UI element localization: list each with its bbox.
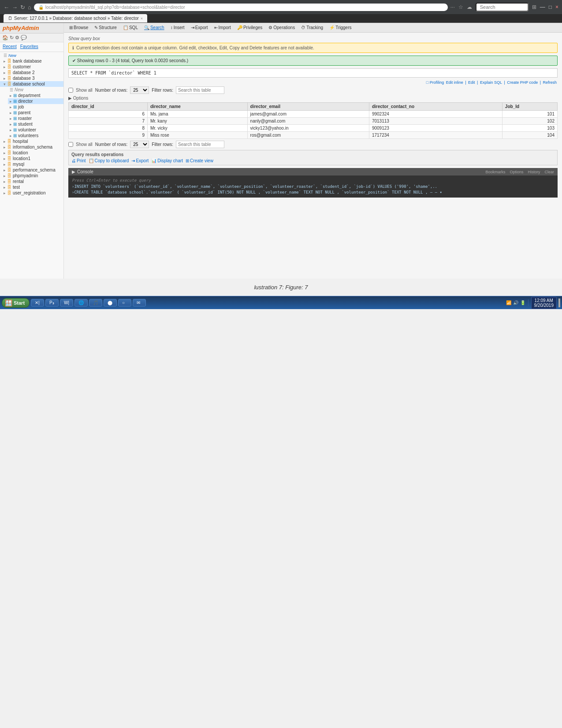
show-query-box-toggle[interactable]: Show query box <box>68 36 558 41</box>
show-all-checkbox[interactable] <box>68 88 73 93</box>
table-row[interactable]: 7 Mr. kany nanly@gmail.com 7013113 102 <box>69 118 558 125</box>
col-header-director-name[interactable]: director_name <box>147 103 247 111</box>
operations-button[interactable]: ⚙ Operations <box>266 24 298 31</box>
bookmark-icon[interactable]: ☆ <box>458 4 463 10</box>
col-header-director-contact-no[interactable]: director_contact_no <box>369 103 502 111</box>
sidebar-item-location1[interactable]: ▸ 🗄 location1 <box>0 156 63 161</box>
taskbar-item-music[interactable]: 🎵 <box>89 299 102 306</box>
taskbar-item-mail[interactable]: ✉ <box>133 299 146 306</box>
reload-icon[interactable]: ↻ <box>10 35 14 41</box>
sidebar-sub-roaster[interactable]: ▸ ⊞ roaster <box>8 116 63 121</box>
sidebar-item-performance-schema[interactable]: ▸ 🗄 performance_schema <box>0 167 63 173</box>
explain-sql-link[interactable]: Explain SQL <box>480 80 502 85</box>
taskbar-clock[interactable]: 12:09 AM 9/20/2019 <box>531 297 557 309</box>
clear-button[interactable]: Clear <box>544 170 554 174</box>
table-row[interactable]: 8 Mr. vicky vicky123@yahoo.in 9009123 10… <box>69 125 558 132</box>
col-header-director-email[interactable]: director_email <box>247 103 369 111</box>
create-php-link[interactable]: Create PHP code <box>507 80 538 85</box>
sidebar-item-user-registration[interactable]: ▸ 🗄 user_registration <box>0 190 63 196</box>
sidebar-item-hospital[interactable]: ▸ 🗄 hospital <box>0 138 63 144</box>
sidebar-item-rental[interactable]: ▸ 🗄 rental <box>0 179 63 184</box>
sidebar-sub-director[interactable]: ▸ ⊞ director <box>8 98 63 104</box>
rows-per-page-select-bottom[interactable]: 25 50 100 <box>130 141 149 148</box>
filter-rows-input[interactable] <box>176 86 224 94</box>
sidebar-item-mysql[interactable]: ▸ 🗄 mysql <box>0 161 63 167</box>
settings-icon[interactable]: ⚙ <box>15 35 19 41</box>
sidebar-sub-department[interactable]: ▸ ⊞ department <box>8 93 63 98</box>
tray-icon-battery[interactable]: 🔋 <box>520 300 525 305</box>
sql-button[interactable]: 📋 SQL <box>120 24 141 31</box>
menu-dots[interactable]: ··· <box>450 4 455 10</box>
window-min-button[interactable]: — <box>540 4 545 10</box>
create-view-link[interactable]: ⊞ Create view <box>186 158 213 163</box>
tray-icon-network[interactable]: 📶 <box>506 300 511 305</box>
rows-per-page-select[interactable]: 25 50 100 <box>130 86 149 94</box>
edit-inline-link[interactable]: Edit inline <box>446 80 463 85</box>
taskbar-item-circle[interactable]: ○ <box>118 299 131 306</box>
address-bar[interactable]: 🔒 localhost/phpmyadmin/tbl_sql.php?db=da… <box>34 4 448 11</box>
sidebar-item-new[interactable]: ☰ New <box>0 53 63 58</box>
export-link[interactable]: ⇥ Export <box>131 158 149 163</box>
col-header-job-id[interactable]: Job_Id <box>502 103 557 111</box>
sidebar-item-database2[interactable]: ▸ 🗄 database 2 <box>0 70 63 75</box>
start-button[interactable]: 🪟 Start <box>2 298 30 308</box>
taskbar-item-powerpoint[interactable]: P₃ <box>45 299 59 306</box>
sidebar-sub-job[interactable]: ▸ ⊞ job <box>8 104 63 110</box>
print-link[interactable]: 🖨 Print <box>71 158 86 163</box>
refresh-button[interactable]: ↻ <box>20 4 25 11</box>
col-header-director-id[interactable]: director_id <box>69 103 148 111</box>
sidebar-sub-parent[interactable]: ▸ ⊞ parent <box>8 110 63 116</box>
taskbar-item-chrome[interactable]: ⬤ <box>104 299 117 306</box>
taskbar-item-x[interactable]: ✕| <box>31 299 44 306</box>
sidebar-item-phpmyadmin[interactable]: ▸ 🗄 phpmyadmin <box>0 173 63 179</box>
tab-close-button[interactable]: × <box>141 16 143 21</box>
filter-rows-input-bottom[interactable] <box>176 141 224 148</box>
sidebar-sub-new[interactable]: ☰ New <box>8 87 63 93</box>
sidebar-item-test[interactable]: ▸ 🗄 test <box>0 184 63 190</box>
show-desktop-button[interactable] <box>558 299 560 307</box>
tray-icon-sound[interactable]: 🔊 <box>513 300 518 305</box>
browse-button[interactable]: ⊞ Browse <box>67 24 91 31</box>
refresh-link[interactable]: Refresh <box>543 80 557 85</box>
triggers-button[interactable]: ⚡ Triggers <box>327 24 354 31</box>
tracking-button[interactable]: ⏱ Tracking <box>298 24 326 31</box>
console-icon[interactable]: 💬 <box>21 35 27 41</box>
table-row[interactable]: 9 Miss rose ros@gmail.com 1717234 104 <box>69 132 558 139</box>
active-tab[interactable]: 🗒 Server: 127.0.0.1 » Database: database… <box>4 14 147 22</box>
sidebar-item-database3[interactable]: ▸ 🗄 database 3 <box>0 75 63 81</box>
options-toggle[interactable]: ▶ Options <box>68 96 558 101</box>
show-all-checkbox-bottom[interactable] <box>68 142 73 147</box>
copy-clipboard-link[interactable]: 📋 Copy to clipboard <box>89 158 129 163</box>
history-button[interactable]: History <box>528 170 540 174</box>
search-button[interactable]: 🔍 Search <box>141 24 167 31</box>
sidebar-item-database-school[interactable]: ▾ 🗄 database school <box>0 81 63 87</box>
privileges-button[interactable]: 🔑 Privileges <box>234 24 265 31</box>
recent-label[interactable]: Recent <box>3 44 17 49</box>
extensions-icon[interactable]: ⊞ <box>532 4 536 10</box>
console-bar[interactable]: ▶ Console Bookmarks Options History Clea… <box>68 168 558 175</box>
window-max-button[interactable]: □ <box>549 4 552 10</box>
console-options-button[interactable]: Options <box>510 170 523 174</box>
sidebar-sub-volunteers[interactable]: ▸ ⊞ volunteers <box>8 133 63 138</box>
export-button[interactable]: ⇥ Export <box>188 24 211 31</box>
sidebar-item-customer[interactable]: ▸ 🗄 customer <box>0 64 63 70</box>
browser-search-input[interactable] <box>476 3 529 11</box>
bookmarks-button[interactable]: Bookmarks <box>485 170 505 174</box>
display-chart-link[interactable]: 📊 Display chart <box>151 158 183 163</box>
sync-icon[interactable]: ☁ <box>467 4 472 10</box>
back-button[interactable]: ← <box>4 4 9 11</box>
import-button[interactable]: ⇤ Import <box>212 24 234 31</box>
home-icon[interactable]: 🏠 <box>2 35 8 41</box>
taskbar-item-browser[interactable]: 🌐 <box>74 299 88 306</box>
sidebar-sub-volunteer[interactable]: ▸ ⊞ volunteer <box>8 127 63 133</box>
window-close-button[interactable]: × <box>555 4 558 10</box>
structure-button[interactable]: ✎ Structure <box>92 24 119 31</box>
insert-button[interactable]: ↕ Insert <box>168 24 187 31</box>
sidebar-item-information-schema[interactable]: ▸ 🗄 information_schema <box>0 144 63 150</box>
forward-button[interactable]: → <box>12 4 18 11</box>
favorites-label[interactable]: Favorites <box>20 44 38 49</box>
sidebar-item-location[interactable]: ▸ 🗄 location <box>0 150 63 156</box>
sidebar-item-bank-database[interactable]: ▸ 🗄 bank database <box>0 58 63 64</box>
sidebar-sub-student[interactable]: ▸ ⊞ student <box>8 121 63 127</box>
edit-link[interactable]: Edit <box>468 80 475 85</box>
